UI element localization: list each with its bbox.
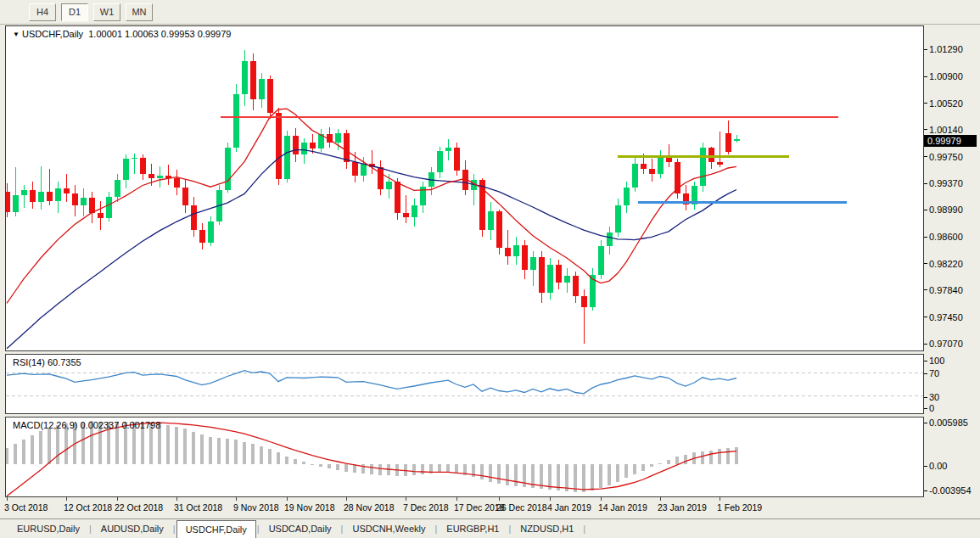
macd-histogram-bar bbox=[616, 464, 619, 482]
timeframe-button-d1[interactable]: D1 bbox=[61, 3, 88, 21]
candle-body bbox=[352, 162, 358, 176]
macd-histogram-bar bbox=[650, 464, 653, 467]
price-axis-tick bbox=[924, 263, 927, 264]
macd-histogram-bar bbox=[31, 435, 34, 464]
macd-histogram-bar bbox=[421, 464, 424, 474]
price-axis-tick bbox=[924, 237, 927, 238]
tab-usdcad[interactable]: USDCAD,Daily bbox=[260, 519, 340, 538]
macd-histogram-bar bbox=[56, 425, 59, 464]
chart-ohlc-values: 1.00001 1.00063 0.99953 0.99979 bbox=[88, 29, 231, 39]
candle-body bbox=[488, 211, 494, 230]
price-axis-tick bbox=[924, 344, 927, 345]
macd-histogram-bar bbox=[557, 464, 560, 490]
price-axis-label: 0.97840 bbox=[929, 285, 963, 295]
date-axis-label: 31 Oct 2018 bbox=[174, 502, 222, 513]
candle-body bbox=[725, 133, 731, 152]
price-axis-label: 0.97070 bbox=[929, 339, 963, 349]
macd-histogram-bar bbox=[455, 464, 458, 474]
date-axis-label: 22 Oct 2018 bbox=[115, 502, 163, 513]
rsi-axis-tick bbox=[924, 373, 927, 374]
candle-body bbox=[717, 162, 723, 165]
macd-histogram-bar bbox=[608, 464, 611, 485]
candle-body bbox=[98, 213, 104, 219]
macd-histogram-bar bbox=[268, 449, 272, 464]
candle-body bbox=[658, 156, 664, 174]
candle-body bbox=[115, 180, 120, 197]
timeframe-button-w1[interactable]: W1 bbox=[93, 3, 120, 21]
macd-indicator-panel[interactable]: MACD(12,26,9) 0.002337 0.001798 bbox=[5, 417, 924, 497]
macd-histogram-bar bbox=[14, 444, 17, 464]
price-axis-tick bbox=[924, 183, 927, 184]
macd-histogram-bar bbox=[328, 464, 331, 468]
macd-histogram-bar bbox=[599, 464, 602, 488]
tab-eurusd[interactable]: EURUSD,Daily bbox=[8, 519, 88, 538]
macd-histogram-bar bbox=[243, 442, 246, 465]
date-axis-tick bbox=[176, 497, 177, 501]
macd-histogram-bar bbox=[200, 434, 204, 464]
date-axis-tick bbox=[7, 497, 8, 501]
date-axis-label: 23 Jan 2019 bbox=[658, 502, 707, 513]
macd-histogram-bar bbox=[311, 464, 314, 465]
candle-body bbox=[225, 148, 231, 189]
main-chart-panel[interactable]: ▼ USDCHF,Daily 1.00001 1.00063 0.99953 0… bbox=[5, 25, 924, 351]
macd-histogram-bar bbox=[260, 446, 263, 464]
price-axis-label: 0.97450 bbox=[929, 312, 963, 322]
timeframe-button-h4[interactable]: H4 bbox=[29, 3, 56, 21]
date-axis-tick bbox=[406, 497, 406, 501]
macd-histogram-bar bbox=[709, 451, 713, 464]
candle-body bbox=[21, 190, 27, 196]
macd-histogram-bar bbox=[209, 437, 212, 465]
macd-histogram-bar bbox=[523, 464, 526, 487]
date-axis-label: 3 Oct 2018 bbox=[4, 502, 48, 513]
tab-eurgbp[interactable]: EURGBP,H1 bbox=[438, 519, 507, 538]
price-axis-tick bbox=[924, 156, 927, 157]
rsi-indicator-panel[interactable]: RSI(14) 60.7355 bbox=[5, 354, 924, 414]
price-axis-tick bbox=[924, 129, 927, 130]
macd-histogram-bar bbox=[217, 438, 221, 464]
symbol-dropdown-icon[interactable]: ▼ bbox=[13, 31, 20, 38]
macd-histogram-bar bbox=[285, 457, 288, 464]
macd-histogram-bar bbox=[641, 464, 645, 471]
rsi-axis-label: 100 bbox=[929, 356, 944, 366]
candle-body bbox=[344, 133, 350, 162]
date-axis-tick bbox=[66, 497, 67, 501]
rsi-axis-label: 70 bbox=[929, 368, 939, 378]
candle-body bbox=[199, 230, 205, 243]
price-axis-tick bbox=[924, 289, 927, 290]
candle-body bbox=[106, 197, 112, 219]
candle-body bbox=[132, 158, 137, 160]
macd-histogram-bar bbox=[582, 464, 585, 492]
macd-histogram-bar bbox=[514, 464, 518, 486]
tab-nzdusd[interactable]: NZDUSD,H1 bbox=[512, 519, 582, 538]
tab-usdcnh[interactable]: USDCNH,Weekly bbox=[344, 519, 434, 538]
candle-body bbox=[72, 193, 78, 205]
candle-body bbox=[191, 205, 197, 230]
date-axis-label: 19 Nov 2018 bbox=[284, 502, 335, 513]
chart-title: ▼ USDCHF,Daily 1.00001 1.00063 0.99953 0… bbox=[13, 29, 231, 39]
candle-body bbox=[581, 296, 587, 306]
candle-body bbox=[445, 148, 451, 151]
tab-audusd[interactable]: AUDUSD,Daily bbox=[92, 519, 172, 538]
date-axis-tick bbox=[346, 497, 347, 501]
timeframe-button-mn[interactable]: MN bbox=[126, 3, 153, 21]
candle-body bbox=[598, 246, 604, 275]
tab-usdchf[interactable]: USDCHF,Daily bbox=[176, 520, 256, 538]
date-axis-label: 7 Dec 2018 bbox=[403, 502, 449, 513]
macd-histogram-bar bbox=[480, 464, 484, 479]
price-axis-label: 1.00520 bbox=[929, 98, 963, 109]
date-axis-label: 12 Oct 2018 bbox=[64, 502, 112, 513]
rsi-line bbox=[7, 371, 736, 394]
macd-histogram-bar bbox=[735, 447, 738, 464]
macd-histogram-bar bbox=[565, 464, 568, 491]
candle-body bbox=[81, 198, 87, 205]
candle-body bbox=[276, 113, 282, 179]
macd-histogram-bar bbox=[497, 464, 501, 484]
candle-body bbox=[267, 79, 273, 113]
date-axis-tick bbox=[499, 497, 500, 501]
date-axis-tick bbox=[660, 497, 661, 501]
candle-body bbox=[208, 221, 214, 243]
macd-histogram-bar bbox=[294, 459, 297, 464]
candle-body bbox=[182, 188, 188, 205]
candle-body bbox=[522, 245, 528, 270]
price-axis-label: 0.99750 bbox=[929, 152, 963, 162]
